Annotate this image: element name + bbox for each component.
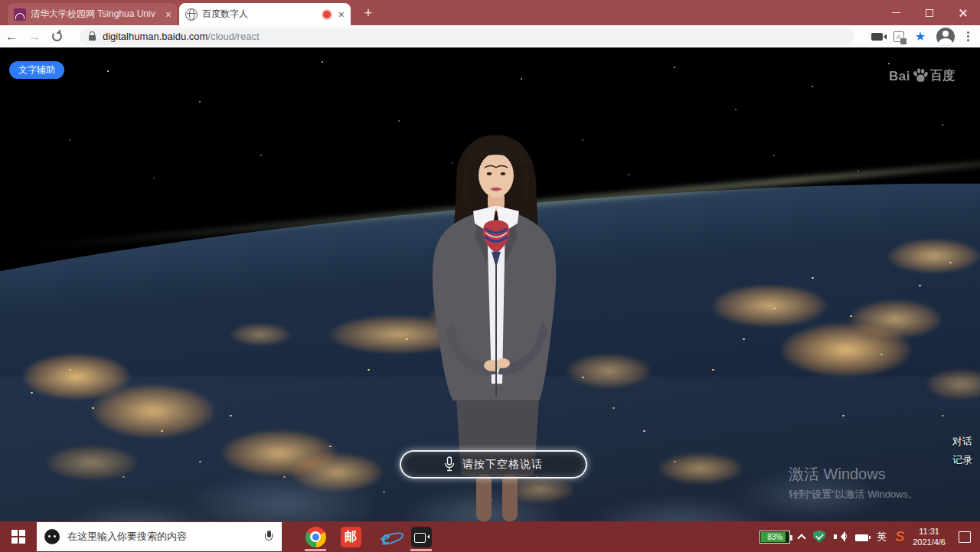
- taskbar-mail-button[interactable]: 邮: [338, 525, 363, 548]
- tab-close-icon[interactable]: ×: [165, 9, 172, 20]
- watermark-subtitle: 转到“设置”以激活 Windows。: [789, 488, 918, 501]
- defender-shield-icon[interactable]: [813, 531, 825, 543]
- browser-tabstrip: 清华大学校园网 Tsinghua Univ × 百度数字人 × +: [0, 0, 980, 25]
- text-assist-button[interactable]: 文字辅助: [9, 61, 64, 79]
- dialog-label: 对话: [952, 433, 972, 451]
- windows-taskbar: 在这里输入你要搜索的内容 邮 e 83% 英 S 11:31 2021/4/6: [0, 521, 980, 552]
- close-button[interactable]: [946, 0, 980, 25]
- url-text: digitalhuman.baidu.com/cloud/react: [103, 31, 260, 42]
- input-language-indicator[interactable]: 英: [877, 530, 887, 544]
- tab-baidu-digital-human[interactable]: 百度数字人 ×: [179, 3, 351, 25]
- window-controls: [879, 0, 980, 25]
- internet-explorer-icon: e: [381, 528, 390, 547]
- taskbar-chrome-button[interactable]: [303, 525, 328, 548]
- restore-button[interactable]: [913, 0, 946, 25]
- taskbar-camera-button[interactable]: [409, 525, 433, 548]
- screen: 清华大学校园网 Tsinghua Univ × 百度数字人 × + ← → di…: [0, 0, 980, 552]
- baidu-paw-icon: [912, 67, 929, 84]
- translate-icon[interactable]: A: [893, 31, 904, 42]
- battery-icon[interactable]: [855, 534, 868, 541]
- search-assistant-icon: [44, 529, 60, 544]
- tab-title: 百度数字人: [202, 8, 318, 21]
- push-to-talk-pill[interactable]: 请按下空格说话: [400, 450, 587, 479]
- camera-app-icon: [411, 527, 432, 547]
- browser-menu-icon[interactable]: [965, 30, 971, 43]
- baidu-logo: Bai 百度: [889, 67, 955, 84]
- action-center-icon[interactable]: [959, 531, 971, 543]
- search-placeholder: 在这里输入你要搜索的内容: [67, 530, 265, 544]
- url-path: /cloud/react: [207, 31, 259, 42]
- running-indicator: [305, 549, 326, 551]
- tray-expand-icon[interactable]: [797, 534, 805, 542]
- toolbar-actions: A ★: [871, 25, 980, 47]
- profile-avatar[interactable]: [936, 28, 955, 46]
- lock-icon: [89, 35, 96, 41]
- mic-prompt-text: 请按下空格说话: [462, 458, 543, 472]
- camera-capture-icon[interactable]: [871, 33, 883, 41]
- search-mic-icon[interactable]: [265, 531, 274, 543]
- globe-icon: [185, 8, 198, 21]
- watermark-title: 激活 Windows: [789, 464, 918, 485]
- recording-indicator-icon: [323, 11, 331, 18]
- new-tab-button[interactable]: +: [360, 5, 377, 22]
- tab-tsinghua[interactable]: 清华大学校园网 Tsinghua Univ ×: [8, 3, 178, 25]
- taskbar-search-box[interactable]: 在这里输入你要搜索的内容: [37, 522, 282, 551]
- start-button[interactable]: [0, 521, 37, 552]
- url-host: digitalhuman.baidu.com: [103, 31, 207, 42]
- battery-percent-icon[interactable]: 83%: [760, 531, 790, 544]
- taskbar-clock[interactable]: 11:31 2021/4/6: [913, 526, 946, 547]
- dialog-record-tab[interactable]: 对话 记录: [952, 433, 972, 469]
- running-indicator: [410, 549, 432, 551]
- browser-toolbar: ← → digitalhuman.baidu.com/cloud/react A…: [0, 25, 980, 47]
- clock-time: 11:31: [913, 526, 946, 537]
- minimize-button[interactable]: [879, 0, 913, 25]
- sogou-input-icon[interactable]: S: [895, 529, 904, 545]
- clock-date: 2021/4/6: [913, 537, 946, 547]
- battery-percent-text: 83%: [767, 533, 782, 541]
- record-label: 记录: [952, 451, 972, 469]
- digital-human-viewport: 文字辅助 Bai 百度 请按下空格说话 对话 记录: [0, 47, 980, 521]
- taskbar-ie-button[interactable]: e: [374, 525, 398, 548]
- system-tray: 83% 英 S 11:31 2021/4/6: [760, 521, 980, 552]
- address-bar[interactable]: digitalhuman.baidu.com/cloud/react: [80, 28, 854, 45]
- windows-logo-icon: [11, 530, 25, 544]
- baidu-logo-cjk: 百度: [930, 68, 955, 84]
- forward-button[interactable]: →: [23, 30, 46, 44]
- tab-close-icon[interactable]: ×: [338, 9, 345, 20]
- microphone-icon: [444, 456, 455, 473]
- baidu-logo-latin: Bai: [889, 69, 910, 84]
- refresh-button[interactable]: [52, 31, 62, 41]
- back-button[interactable]: ←: [0, 30, 23, 44]
- tab-title: 清华大学校园网 Tsinghua Univ: [31, 8, 161, 21]
- activate-windows-watermark: 激活 Windows 转到“设置”以激活 Windows。: [789, 464, 918, 501]
- volume-icon[interactable]: [834, 531, 847, 542]
- city-light-dots: [0, 47, 2, 49]
- mail-icon: 邮: [341, 527, 361, 547]
- tsinghua-gate-icon: [14, 8, 26, 21]
- bookmark-star-icon[interactable]: ★: [915, 29, 926, 44]
- chrome-icon: [305, 527, 326, 547]
